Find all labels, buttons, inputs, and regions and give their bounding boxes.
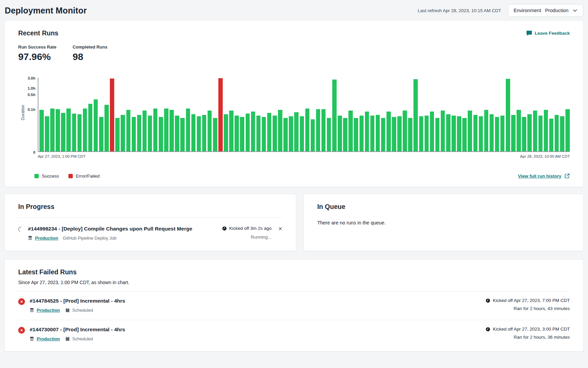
run-bar-success[interactable] (229, 111, 234, 151)
run-bar-success[interactable] (533, 111, 537, 151)
run-bar-success[interactable] (83, 109, 87, 151)
run-bar-success[interactable] (213, 118, 217, 152)
run-bar-success[interactable] (495, 117, 499, 151)
run-bar-success[interactable] (169, 110, 174, 151)
run-bar-success[interactable] (500, 116, 505, 151)
view-history-link[interactable]: View full run history (518, 173, 570, 179)
run-bar-success[interactable] (392, 117, 396, 151)
run-bar-success[interactable] (468, 111, 472, 151)
run-bar-success[interactable] (115, 118, 120, 152)
run-bar-success[interactable] (164, 109, 168, 151)
run-bar-success[interactable] (104, 105, 109, 151)
run-bar-success[interactable] (61, 113, 65, 151)
run-bar-success[interactable] (240, 117, 244, 151)
environment-link[interactable]: Production (37, 336, 60, 341)
run-bar-success[interactable] (311, 119, 315, 151)
run-bar-success[interactable] (289, 116, 293, 151)
run-bar-success[interactable] (360, 116, 364, 151)
run-bar-success[interactable] (555, 115, 559, 151)
run-bar-success[interactable] (246, 114, 250, 151)
run-bar-success[interactable] (538, 116, 543, 151)
run-bar-success[interactable] (235, 116, 239, 151)
run-bar-success[interactable] (305, 109, 310, 151)
run-bar-success[interactable] (99, 117, 103, 151)
run-bar-success[interactable] (56, 109, 60, 151)
run-bar-success[interactable] (256, 116, 261, 151)
run-bar-success[interactable] (94, 99, 98, 151)
run-bar-success[interactable] (376, 115, 380, 151)
run-bar-success[interactable] (544, 110, 548, 151)
run-bar-success[interactable] (300, 116, 304, 151)
run-bar-success[interactable] (208, 111, 212, 151)
run-bar-failed[interactable] (218, 78, 223, 151)
run-bar-success[interactable] (224, 114, 228, 151)
run-bar-success[interactable] (462, 118, 467, 152)
run-bar-success[interactable] (343, 118, 347, 152)
run-bar-success[interactable] (413, 79, 418, 151)
run-bar-success[interactable] (132, 117, 136, 151)
run-bar-success[interactable] (522, 117, 526, 151)
close-icon[interactable]: ✕ (278, 226, 283, 231)
run-bar-success[interactable] (565, 109, 570, 151)
run-bar-success[interactable] (72, 114, 76, 151)
run-bar-success[interactable] (121, 115, 125, 151)
run-bar-success[interactable] (549, 119, 554, 151)
run-bar-success[interactable] (332, 80, 337, 151)
run-bar-success[interactable] (408, 118, 412, 152)
run-bar-success[interactable] (511, 115, 516, 151)
run-bar-success[interactable] (473, 115, 478, 151)
run-bar-success[interactable] (126, 110, 131, 151)
run-bar-success[interactable] (251, 112, 255, 152)
run-bar-success[interactable] (435, 118, 440, 152)
run-bar-success[interactable] (294, 112, 299, 151)
run-bar-success[interactable] (78, 114, 82, 151)
run-bar-success[interactable] (148, 116, 152, 151)
run-bar-success[interactable] (202, 115, 207, 151)
run-bar-success[interactable] (430, 112, 434, 152)
run-bar-success[interactable] (39, 110, 44, 151)
run-bar-success[interactable] (191, 114, 196, 151)
run-bar-success[interactable] (527, 114, 532, 151)
run-bar-success[interactable] (88, 104, 93, 151)
run-bar-success[interactable] (316, 109, 320, 151)
run-bar-success[interactable] (338, 116, 342, 151)
run-bar-success[interactable] (403, 111, 407, 151)
run-bar-success[interactable] (50, 109, 55, 151)
leave-feedback-link[interactable]: Leave Feedback (526, 30, 570, 36)
run-bar-success[interactable] (484, 110, 489, 151)
run-bar-success[interactable] (348, 111, 353, 151)
run-bar-success[interactable] (370, 116, 375, 151)
run-bar-success[interactable] (45, 116, 49, 151)
run-bar-success[interactable] (143, 111, 147, 151)
run-bar-success[interactable] (273, 116, 277, 151)
run-bar-success[interactable] (262, 117, 266, 151)
run-bar-success[interactable] (137, 115, 142, 151)
run-bar-success[interactable] (446, 114, 451, 151)
run-bar-success[interactable] (490, 114, 494, 151)
run-bar-success[interactable] (283, 118, 288, 152)
run-bar-success[interactable] (175, 116, 179, 151)
run-bar-success[interactable] (441, 111, 445, 151)
run-bar-success[interactable] (186, 109, 190, 151)
run-bar-success[interactable] (66, 109, 71, 151)
run-bar-success[interactable] (517, 110, 521, 151)
run-bar-success[interactable] (386, 112, 391, 152)
run-bar-success[interactable] (381, 118, 385, 152)
run-bar-success[interactable] (180, 118, 185, 152)
run-bar-success[interactable] (327, 118, 331, 152)
environment-link[interactable]: Production (35, 236, 58, 241)
run-bar-success[interactable] (506, 79, 510, 151)
run-bar-success[interactable] (425, 116, 429, 151)
run-bar-success[interactable] (365, 112, 369, 152)
run-bar-success[interactable] (419, 116, 424, 151)
environment-select[interactable]: Environment Production (508, 4, 583, 17)
run-bar-success[interactable] (153, 109, 158, 151)
run-bar-success[interactable] (457, 116, 461, 151)
run-bar-success[interactable] (479, 116, 483, 151)
run-bar-success[interactable] (452, 116, 456, 151)
run-bar-success[interactable] (560, 116, 564, 151)
run-bar-success[interactable] (267, 113, 272, 151)
run-bar-failed[interactable] (110, 79, 114, 151)
run-bar-success[interactable] (278, 110, 282, 151)
environment-link[interactable]: Production (37, 308, 60, 313)
